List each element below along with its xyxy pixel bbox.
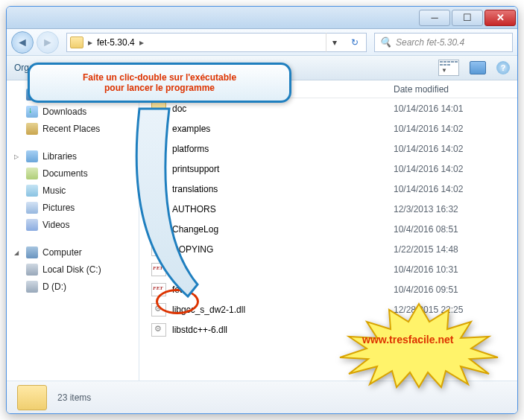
- file-date: 1/22/2015 14:48: [386, 244, 517, 255]
- minimize-button[interactable]: ─: [419, 10, 450, 26]
- breadcrumb[interactable]: ▸ fet-5.30.4 ▸ ▾ ↻: [66, 33, 367, 52]
- chevron-right-icon: ▸: [88, 37, 92, 48]
- help-icon[interactable]: ?: [496, 61, 510, 74]
- starburst-text: www.tresfacile.net: [362, 334, 453, 346]
- back-button[interactable]: ◄: [11, 31, 34, 54]
- chevron-right-icon: ▷: [14, 153, 22, 160]
- file-date: 10/14/2016 14:02: [386, 184, 517, 194]
- file-date: 10/14/2016 14:02: [386, 164, 517, 174]
- callout-annotation: Faite un clic-double sur l'exécutable po…: [28, 63, 291, 103]
- starburst-annotation: www.tresfacile.net: [329, 299, 508, 391]
- search-input[interactable]: 🔍 Search fet-5.30.4: [374, 33, 513, 52]
- callout-line1: Faite un clic-double sur l'exécutable: [40, 72, 279, 83]
- file-date: 10/14/2016 14:01: [386, 104, 517, 114]
- music-icon: [26, 185, 38, 197]
- libraries-icon: [26, 150, 38, 162]
- disk-icon: [26, 281, 38, 293]
- search-icon: 🔍: [379, 36, 391, 48]
- navbar: ◄ ► ▸ fet-5.30.4 ▸ ▾ ↻ 🔍 Search fet-5.30…: [7, 29, 517, 56]
- forward-button[interactable]: ►: [37, 31, 59, 54]
- titlebar: ─ ☐ ✕: [7, 7, 517, 29]
- pictures-icon: [26, 202, 38, 214]
- videos-icon: [26, 219, 38, 231]
- dll-icon: [151, 323, 166, 337]
- file-date: 12/3/2013 16:32: [386, 204, 517, 214]
- file-date: 10/4/2016 10:31: [386, 264, 517, 275]
- documents-icon: [26, 168, 38, 179]
- file-date: 10/4/2016 08:51: [386, 224, 517, 235]
- callout-line2: pour lancer le programme: [40, 83, 279, 93]
- chevron-right-icon: ▸: [139, 37, 144, 48]
- computer-icon: [26, 246, 38, 258]
- preview-pane-button[interactable]: [470, 61, 486, 74]
- view-mode-button[interactable]: ▼: [438, 60, 459, 76]
- status-text: 23 items: [57, 392, 91, 403]
- chevron-down-icon: ◢: [14, 249, 22, 256]
- folder-icon: [17, 385, 47, 410]
- refresh-button[interactable]: ↻: [347, 33, 363, 52]
- breadcrumb-dropdown[interactable]: ▾: [326, 33, 342, 52]
- breadcrumb-folder[interactable]: fet-5.30.4: [97, 37, 135, 48]
- file-date: 10/14/2016 14:02: [386, 144, 517, 154]
- disk-icon: [26, 264, 38, 276]
- file-date: 10/4/2016 09:51: [386, 284, 517, 295]
- file-date: 10/14/2016 14:02: [386, 124, 517, 134]
- close-button[interactable]: ✕: [484, 10, 516, 26]
- downloads-icon: [26, 106, 38, 118]
- callout-tail: [117, 106, 206, 299]
- search-placeholder: Search fet-5.30.4: [396, 37, 464, 48]
- svg-marker-0: [340, 304, 498, 387]
- folder-icon: [70, 36, 83, 48]
- col-date[interactable]: Date modified: [386, 84, 517, 95]
- explorer-window: ─ ☐ ✕ ◄ ► ▸ fet-5.30.4 ▸ ▾ ↻ 🔍 Search fe…: [6, 6, 518, 414]
- recent-icon: [26, 123, 38, 135]
- maximize-button[interactable]: ☐: [452, 10, 483, 26]
